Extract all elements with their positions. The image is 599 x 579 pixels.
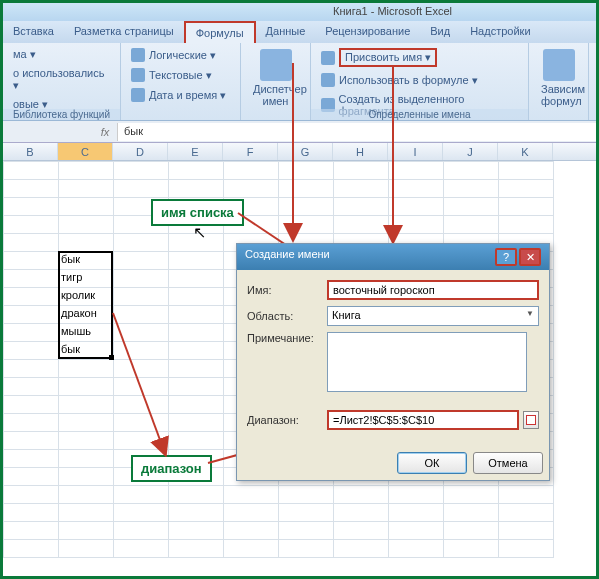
ribbon-tabs: Вставка Разметка страницы Формулы Данные…	[3, 21, 596, 43]
scope-label: Область:	[247, 310, 327, 322]
annotation-range: диапазон	[131, 455, 212, 482]
col-header[interactable]: B	[3, 143, 58, 160]
cursor-icon: ↖	[193, 223, 206, 242]
autosum-dropdown[interactable]: ма ▾	[9, 46, 114, 63]
logical-label: Логические ▾	[149, 49, 216, 62]
window-titlebar: Книга1 - Microsoft Excel	[3, 3, 596, 21]
logical-dropdown[interactable]: Логические ▾	[127, 46, 234, 64]
recently-used-dropdown[interactable]: о использовались ▾	[9, 65, 114, 94]
tab-formulas[interactable]: Формулы	[184, 21, 256, 43]
annotation-listname: имя списка	[151, 199, 244, 226]
close-button[interactable]: ✕	[519, 248, 541, 266]
range-picker-button[interactable]	[523, 411, 539, 429]
help-button[interactable]: ?	[495, 248, 517, 266]
name-label: Имя:	[247, 284, 327, 296]
fx-icon	[321, 73, 335, 87]
scope-select[interactable]: Книга	[327, 306, 539, 326]
dependents-icon	[543, 49, 575, 81]
tab-addins[interactable]: Надстройки	[460, 21, 540, 43]
name-input[interactable]: восточный гороскоп	[327, 280, 539, 300]
col-header[interactable]: F	[223, 143, 278, 160]
comment-label: Примечание:	[247, 332, 327, 344]
dialog-title: Создание имени	[245, 248, 330, 266]
dependents-label: Зависим формул	[541, 83, 585, 107]
comment-textarea[interactable]	[327, 332, 527, 392]
col-header[interactable]: D	[113, 143, 168, 160]
text-icon	[131, 68, 145, 82]
formula-input[interactable]: бык	[117, 123, 596, 141]
use-formula-label: Использовать в формуле ▾	[339, 74, 478, 87]
text-label: Текстовые ▾	[149, 69, 212, 82]
col-header[interactable]: K	[498, 143, 553, 160]
datetime-label: Дата и время ▾	[149, 89, 226, 102]
cancel-button[interactable]: Отмена	[473, 452, 543, 474]
col-header[interactable]: C	[58, 143, 113, 160]
selection-border	[58, 251, 113, 359]
svg-line-3	[113, 313, 163, 448]
datetime-dropdown[interactable]: Дата и время ▾	[127, 86, 234, 104]
annotation-arrow	[113, 313, 173, 455]
tab-review[interactable]: Рецензирование	[315, 21, 420, 43]
ok-button[interactable]: ОК	[397, 452, 467, 474]
tab-insert[interactable]: Вставка	[3, 21, 64, 43]
col-header[interactable]: H	[333, 143, 388, 160]
annotation-arrow	[383, 65, 403, 247]
assign-name-button[interactable]: Присвоить имя ▾	[317, 46, 522, 69]
use-in-formula-button[interactable]: Использовать в формуле ▾	[317, 71, 522, 89]
logical-icon	[131, 48, 145, 62]
fx-icon[interactable]: fx	[93, 126, 117, 138]
tab-view[interactable]: Вид	[420, 21, 460, 43]
range-label: Диапазон:	[247, 414, 327, 426]
range-input[interactable]: =Лист2!$C$5:$C$10	[327, 410, 519, 430]
dialog-titlebar[interactable]: Создание имени ? ✕	[237, 244, 549, 270]
create-name-dialog: Создание имени ? ✕ Имя: восточный гороск…	[236, 243, 550, 481]
col-header[interactable]: E	[168, 143, 223, 160]
tab-page-layout[interactable]: Разметка страницы	[64, 21, 184, 43]
trace-dependents-button[interactable]: Зависим формул	[535, 45, 582, 111]
col-header[interactable]: J	[443, 143, 498, 160]
tab-data[interactable]: Данные	[256, 21, 316, 43]
group-label-defined-names: Определенные имена	[311, 109, 528, 120]
text-dropdown[interactable]: Текстовые ▾	[127, 66, 234, 84]
tag-icon	[321, 51, 335, 65]
datetime-icon	[131, 88, 145, 102]
group-label-function-library: Библиотека функций	[3, 109, 120, 120]
